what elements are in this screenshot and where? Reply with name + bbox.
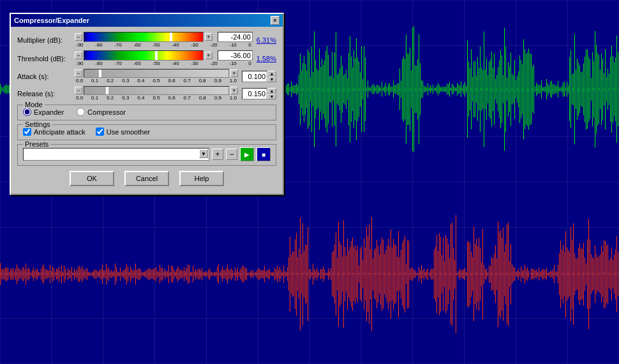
multiplier-thumb[interactable] bbox=[170, 33, 172, 41]
release-label: Release (s): bbox=[17, 90, 75, 98]
anticipate-checkbox-item: Anticipate attack bbox=[23, 127, 86, 136]
release-spinbox-arrows: ▲ ▼ bbox=[267, 88, 276, 99]
presets-row: ▼ + − ▶ ■ bbox=[23, 147, 271, 161]
compressor-expander-dialog: Compressor/Expander × Multiplier (dB): −… bbox=[10, 13, 284, 195]
close-button[interactable]: × bbox=[271, 16, 280, 25]
cancel-button[interactable]: Cancel bbox=[124, 171, 169, 186]
attack-spinbox: ▲ ▼ bbox=[242, 71, 276, 82]
attack-slider[interactable] bbox=[84, 69, 229, 78]
attack-up-arrow[interactable]: ▲ bbox=[267, 71, 276, 76]
attack-label: Attack (s): bbox=[17, 73, 75, 80]
smoother-checkbox-label: Use smoother bbox=[107, 128, 150, 136]
dialog-content: Multiplier (dB): − + -90-80-70-60-50-40-… bbox=[11, 27, 283, 194]
attack-minus-btn[interactable]: − bbox=[75, 69, 82, 77]
multiplier-slider-container: − + -90-80-70-60-50-40-30-20-100 bbox=[75, 32, 253, 48]
release-row: Release (s): − + 0.00.10.20.30.40.50.60.… bbox=[17, 86, 276, 101]
ok-button[interactable]: OK bbox=[70, 171, 114, 186]
dialog-titlebar: Compressor/Expander × bbox=[11, 14, 283, 27]
release-slider[interactable] bbox=[84, 86, 229, 95]
release-plus-btn[interactable]: + bbox=[230, 87, 238, 94]
multiplier-minus-btn[interactable]: − bbox=[75, 33, 82, 41]
compressor-radio-label: Compressor bbox=[87, 108, 126, 116]
expander-radio[interactable] bbox=[23, 108, 31, 116]
compressor-radio[interactable] bbox=[77, 108, 85, 116]
button-row: OK Cancel Help bbox=[17, 171, 276, 186]
threshold-value-input[interactable] bbox=[218, 50, 253, 61]
mode-radio-row: Expander Compressor bbox=[23, 108, 271, 116]
expander-radio-label: Expander bbox=[34, 108, 64, 116]
dialog-title: Compressor/Expander bbox=[14, 17, 89, 24]
threshold-percent[interactable]: 1.58% bbox=[257, 55, 276, 62]
presets-group: Presets ▼ + − ▶ ■ bbox=[17, 144, 276, 166]
release-ticks: 0.00.10.20.30.40.50.60.70.80.91.0 bbox=[75, 95, 238, 101]
anticipate-checkbox-label: Anticipate attack bbox=[34, 128, 86, 136]
preset-stop-button[interactable]: ■ bbox=[257, 147, 271, 161]
release-thumb[interactable] bbox=[106, 87, 108, 94]
multiplier-ticks: -90-80-70-60-50-40-30-20-100 bbox=[75, 42, 253, 48]
attack-slider-container: − + 0.00.10.20.30.40.50.60.70.80.91.0 bbox=[75, 69, 238, 84]
presets-input[interactable] bbox=[23, 148, 209, 161]
mode-group-label: Mode bbox=[23, 101, 45, 108]
multiplier-row: Multiplier (dB): − + -90-80-70-60-50-40-… bbox=[17, 32, 276, 48]
preset-play-button[interactable]: ▶ bbox=[240, 147, 254, 161]
threshold-ticks: -90-80-70-60-50-40-30-20-100 bbox=[75, 61, 253, 66]
preset-delete-button[interactable]: − bbox=[226, 149, 237, 160]
mode-group: Mode Expander Compressor bbox=[17, 105, 276, 120]
threshold-label: Threshold (dB): bbox=[17, 55, 75, 62]
release-down-arrow[interactable]: ▼ bbox=[267, 94, 276, 99]
smoother-checkbox[interactable] bbox=[96, 127, 104, 136]
presets-select-wrapper: ▼ bbox=[23, 148, 209, 161]
threshold-row: Threshold (dB): − + -90-80-70-60-50-40-3… bbox=[17, 50, 276, 66]
preset-add-button[interactable]: + bbox=[212, 149, 223, 160]
multiplier-value-input[interactable] bbox=[218, 32, 253, 42]
multiplier-slider[interactable] bbox=[84, 32, 204, 42]
multiplier-label: Multiplier (dB): bbox=[17, 36, 75, 44]
threshold-slider-container: − + -90-80-70-60-50-40-30-20-100 bbox=[75, 50, 253, 66]
attack-value-input[interactable] bbox=[242, 71, 267, 82]
release-up-arrow[interactable]: ▲ bbox=[267, 88, 276, 94]
compressor-radio-item: Compressor bbox=[77, 108, 126, 116]
attack-row: Attack (s): − + 0.00.10.20.30.40.50.60.7… bbox=[17, 69, 276, 84]
release-value-input[interactable] bbox=[242, 88, 267, 99]
threshold-minus-btn[interactable]: − bbox=[75, 52, 82, 59]
attack-spinbox-arrows: ▲ ▼ bbox=[267, 71, 276, 82]
multiplier-plus-btn[interactable]: + bbox=[205, 33, 213, 41]
settings-group: Settings Anticipate attack Use smoother bbox=[17, 124, 276, 140]
settings-group-label: Settings bbox=[23, 120, 52, 128]
release-slider-container: − + 0.00.10.20.30.40.50.60.70.80.91.0 bbox=[75, 86, 238, 101]
release-spinbox: ▲ ▼ bbox=[242, 88, 276, 99]
attack-ticks: 0.00.10.20.30.40.50.60.70.80.91.0 bbox=[75, 78, 238, 84]
presets-group-label: Presets bbox=[23, 140, 50, 148]
anticipate-checkbox[interactable] bbox=[23, 127, 31, 136]
threshold-slider[interactable] bbox=[84, 50, 204, 61]
attack-plus-btn[interactable]: + bbox=[230, 69, 238, 77]
settings-checkbox-row: Anticipate attack Use smoother bbox=[23, 127, 271, 136]
attack-down-arrow[interactable]: ▼ bbox=[267, 76, 276, 82]
release-minus-btn[interactable]: − bbox=[75, 87, 82, 94]
threshold-thumb[interactable] bbox=[155, 51, 158, 60]
expander-radio-item: Expander bbox=[23, 108, 64, 116]
multiplier-percent[interactable]: 6.31% bbox=[257, 36, 276, 44]
help-button[interactable]: Help bbox=[179, 171, 224, 186]
smoother-checkbox-item: Use smoother bbox=[96, 127, 150, 136]
threshold-plus-btn[interactable]: + bbox=[205, 52, 213, 59]
attack-thumb[interactable] bbox=[99, 69, 101, 77]
